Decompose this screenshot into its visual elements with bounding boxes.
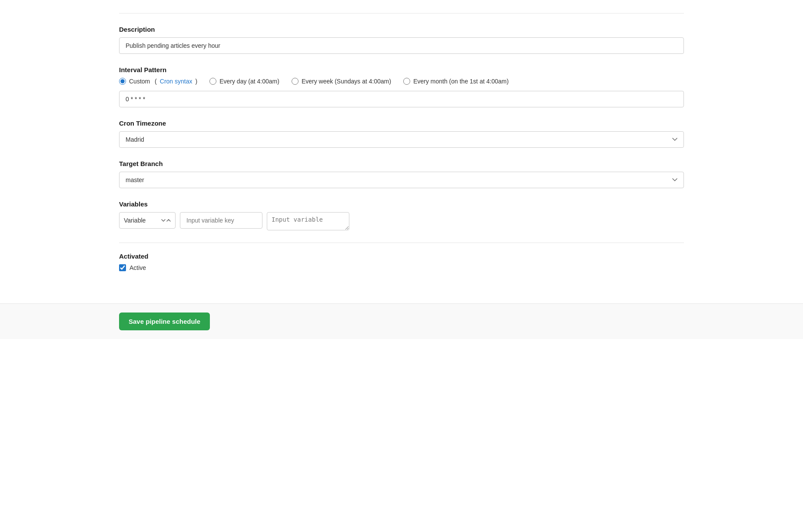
activated-section: Activated Active xyxy=(119,253,684,271)
interval-radio-group: Custom ( Cron syntax ) Every day (at 4:0… xyxy=(119,78,684,85)
checkbox-row: Active xyxy=(119,264,684,271)
target-branch-label: Target Branch xyxy=(119,160,684,167)
description-section: Description xyxy=(119,26,684,54)
radio-input-custom[interactable] xyxy=(119,78,126,85)
radio-input-daily[interactable] xyxy=(209,78,216,85)
active-checkbox[interactable] xyxy=(119,264,126,271)
radio-option-daily[interactable]: Every day (at 4:00am) xyxy=(209,78,279,85)
cron-syntax-link[interactable]: Cron syntax xyxy=(160,78,192,85)
footer-bar: Save pipeline schedule xyxy=(0,303,803,339)
cron-timezone-select-wrapper: Madrid UTC America/New_York Europe/Londo… xyxy=(119,131,684,148)
target-branch-section: Target Branch master main develop xyxy=(119,160,684,188)
activated-label: Activated xyxy=(119,253,684,260)
interval-pattern-section: Interval Pattern Custom ( Cron syntax ) … xyxy=(119,66,684,107)
cron-timezone-section: Cron Timezone Madrid UTC America/New_Yor… xyxy=(119,120,684,148)
radio-label-custom: Custom xyxy=(129,78,150,85)
active-label[interactable]: Active xyxy=(129,264,146,271)
save-pipeline-schedule-button[interactable]: Save pipeline schedule xyxy=(119,313,210,330)
cron-input-wrapper xyxy=(119,91,684,107)
target-branch-select[interactable]: master main develop xyxy=(119,172,684,188)
description-input[interactable] xyxy=(119,37,684,54)
cron-syntax-parens: ( xyxy=(153,78,157,85)
radio-label-daily: Every day (at 4:00am) xyxy=(219,78,279,85)
radio-input-weekly[interactable] xyxy=(292,78,299,85)
variable-value-textarea[interactable] xyxy=(267,212,349,230)
radio-label-monthly: Every month (on the 1st at 4:00am) xyxy=(413,78,508,85)
radio-label-weekly: Every week (Sundays at 4:00am) xyxy=(302,78,391,85)
variables-label: Variables xyxy=(119,200,684,208)
radio-input-monthly[interactable] xyxy=(403,78,410,85)
variables-row: Variable File xyxy=(119,212,684,230)
cron-expression-input[interactable] xyxy=(119,91,684,107)
top-divider xyxy=(119,13,684,13)
main-form: Description Interval Pattern Custom ( Cr… xyxy=(110,0,693,299)
section-divider xyxy=(119,243,684,243)
variables-section: Variables Variable File xyxy=(119,200,684,230)
cron-timezone-select[interactable]: Madrid UTC America/New_York Europe/Londo… xyxy=(119,131,684,148)
radio-option-custom[interactable]: Custom ( Cron syntax ) xyxy=(119,78,197,85)
interval-pattern-label: Interval Pattern xyxy=(119,66,684,73)
cron-syntax-close: ) xyxy=(196,78,198,85)
variable-type-select[interactable]: Variable File xyxy=(119,212,176,229)
description-label: Description xyxy=(119,26,684,33)
cron-timezone-label: Cron Timezone xyxy=(119,120,684,127)
radio-option-monthly[interactable]: Every month (on the 1st at 4:00am) xyxy=(403,78,508,85)
target-branch-select-wrapper: master main develop xyxy=(119,172,684,188)
variable-key-input[interactable] xyxy=(180,212,262,229)
radio-option-weekly[interactable]: Every week (Sundays at 4:00am) xyxy=(292,78,391,85)
